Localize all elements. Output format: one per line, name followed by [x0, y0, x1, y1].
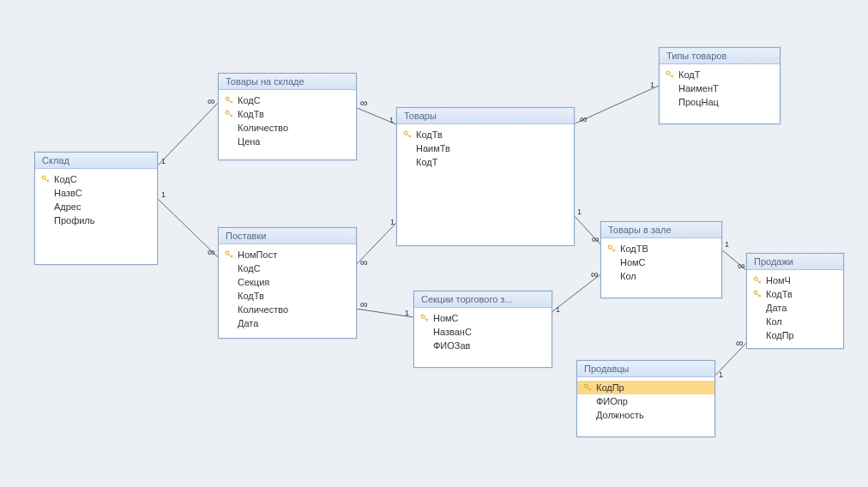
cardinality-one-label: 1	[725, 240, 729, 249]
key-slot	[224, 123, 234, 133]
field-row[interactable]: Кол	[601, 269, 721, 283]
entity-title: Секции торгового з...	[421, 294, 513, 304]
entity-header[interactable]: Продажи	[747, 254, 843, 270]
field-row[interactable]: Кол	[747, 315, 843, 328]
relationship-line[interactable]	[714, 343, 746, 377]
field-row[interactable]: НаименТ	[660, 81, 780, 95]
field-row[interactable]: НомЧ	[747, 274, 843, 287]
field-row[interactable]: Секция	[219, 275, 356, 289]
field-row[interactable]: КодС	[35, 172, 157, 186]
key-slot	[606, 244, 617, 254]
key-slot	[665, 69, 675, 80]
entity-prodavcy[interactable]: ПродавцыКодПрФИОпрДолжность	[576, 360, 715, 437]
er-diagram-canvas[interactable]: 1∞1∞∞1∞11∞1∞∞11∞1∞1∞ СкладКодСНазвСАдрес…	[0, 0, 868, 487]
key-slot	[752, 289, 763, 299]
field-row[interactable]: НомС	[414, 311, 552, 325]
field-row[interactable]: КодТв	[219, 107, 356, 121]
field-row[interactable]: Должность	[577, 408, 714, 422]
field-row[interactable]: КодТв	[397, 128, 574, 141]
primary-key-icon	[403, 130, 412, 139]
key-slot	[752, 275, 763, 286]
entity-header[interactable]: Товары на складе	[219, 74, 356, 90]
field-name: НомС	[433, 312, 459, 324]
fields-list: КодСКодТвКоличествоЦена	[219, 90, 356, 153]
relationship-line[interactable]	[355, 107, 396, 124]
cardinality-one-label: 1	[389, 116, 394, 124]
key-slot	[224, 250, 234, 260]
entity-header[interactable]: Секции торгового з...	[414, 292, 552, 308]
cardinality-many-label: ∞	[592, 233, 600, 245]
field-name: ФИОЗав	[433, 340, 470, 352]
relationship-line[interactable]	[355, 309, 413, 317]
field-name: НомЧ	[766, 274, 791, 286]
cardinality-many-label: ∞	[208, 246, 215, 258]
field-row[interactable]: КодТВ	[601, 242, 721, 256]
field-row[interactable]: НомПост	[219, 248, 356, 262]
entity-header[interactable]: Типы товаров	[660, 48, 780, 64]
field-row[interactable]: ПроцНац	[660, 95, 780, 109]
entity-header[interactable]: Продавцы	[577, 361, 714, 377]
entity-sekcii[interactable]: Секции торгового з...НомСНазванСФИОЗав	[413, 291, 552, 368]
entity-header[interactable]: Товары в зале	[601, 222, 721, 238]
key-slot	[419, 327, 430, 337]
relationship-line[interactable]	[573, 86, 659, 124]
primary-key-icon	[225, 110, 233, 118]
key-slot	[752, 330, 763, 340]
relationship-line[interactable]	[551, 274, 600, 313]
key-slot	[402, 157, 413, 167]
key-slot	[224, 318, 234, 328]
field-row[interactable]: НомС	[601, 256, 721, 269]
key-slot	[224, 291, 234, 301]
relationship-line[interactable]	[156, 197, 218, 257]
field-name: Профиль	[54, 214, 95, 226]
entity-tipy_tovarov[interactable]: Типы товаровКодТНаименТПроцНац	[659, 47, 781, 124]
field-row[interactable]: КодПр	[577, 381, 714, 394]
key-slot	[419, 313, 430, 323]
entity-tovary[interactable]: ТоварыКодТвНаимТвКодТ	[396, 107, 575, 246]
field-row[interactable]: Дата	[219, 316, 356, 330]
field-row[interactable]: КодТ	[397, 155, 574, 169]
field-row[interactable]: ФИОЗав	[414, 339, 552, 352]
field-row[interactable]: КодС	[219, 262, 356, 275]
relationship-line[interactable]	[355, 223, 396, 266]
cardinality-one-label: 1	[390, 218, 395, 226]
entity-header[interactable]: Товары	[397, 108, 574, 124]
entity-header[interactable]: Склад	[35, 153, 157, 169]
cardinality-many-label: ∞	[360, 298, 368, 310]
key-slot	[224, 95, 234, 105]
field-row[interactable]: КодТв	[747, 287, 843, 301]
field-row[interactable]: КодС	[219, 93, 356, 107]
cardinality-many-label: ∞	[738, 260, 745, 272]
field-row[interactable]: КодПр	[747, 328, 843, 342]
field-row[interactable]: НазвС	[35, 186, 157, 200]
field-row[interactable]: Цена	[219, 135, 356, 148]
entity-header[interactable]: Поставки	[219, 228, 356, 244]
field-row[interactable]: НазванС	[414, 325, 552, 339]
key-slot	[582, 396, 593, 406]
key-slot	[752, 316, 763, 327]
field-row[interactable]: Профиль	[35, 213, 157, 227]
entity-postavki[interactable]: ПоставкиНомПостКодССекцияКодТвКоличество…	[218, 227, 357, 339]
relationship-line[interactable]	[156, 103, 218, 167]
key-slot	[224, 277, 234, 287]
field-row[interactable]: КодТ	[660, 68, 780, 81]
field-name: КодТв	[238, 290, 264, 302]
field-row[interactable]: Адрес	[35, 200, 157, 213]
field-row[interactable]: Количество	[219, 303, 356, 316]
field-name: Должность	[596, 409, 644, 421]
field-row[interactable]: ФИОпр	[577, 394, 714, 408]
field-row[interactable]: КодТв	[219, 289, 356, 303]
key-slot	[665, 83, 675, 93]
entity-sklad[interactable]: СкладКодСНазвСАдресПрофиль	[34, 152, 158, 265]
key-slot	[402, 143, 413, 153]
cardinality-many-label: ∞	[208, 95, 215, 107]
field-row[interactable]: Количество	[219, 121, 356, 135]
relationship-line[interactable]	[573, 214, 600, 244]
entity-tovary_v_zale[interactable]: Товары в залеКодТВНомСКол	[600, 221, 722, 298]
relationship-line[interactable]	[720, 249, 746, 270]
field-row[interactable]: НаимТв	[397, 141, 574, 155]
entity-prodazhi[interactable]: ПродажиНомЧКодТвДатаКолКодПр	[746, 253, 844, 349]
field-row[interactable]: Дата	[747, 301, 843, 315]
primary-key-icon	[607, 244, 616, 253]
entity-tovary_na_sklade[interactable]: Товары на складеКодСКодТвКоличествоЦена	[218, 73, 357, 160]
